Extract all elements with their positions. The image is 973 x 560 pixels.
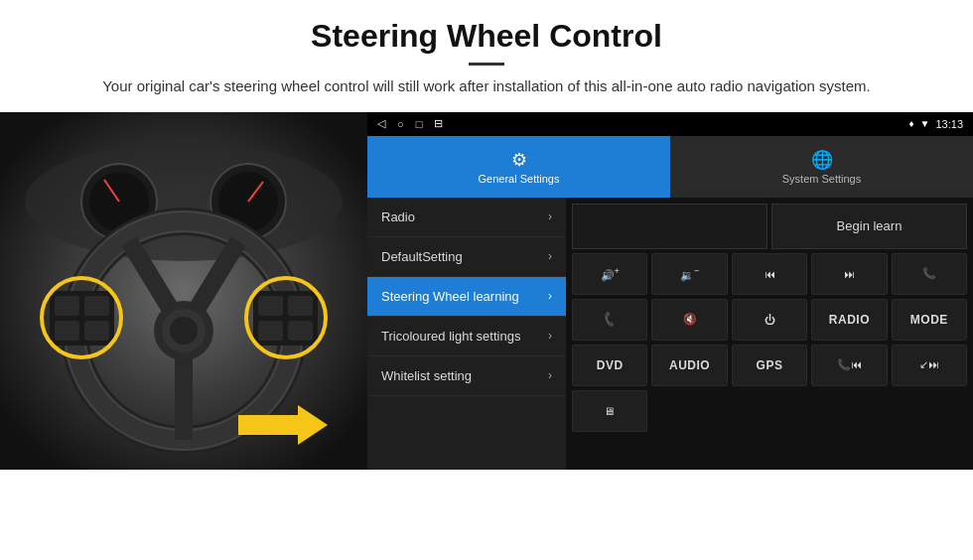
menu-item-whitelist-label: Whitelist setting	[381, 368, 472, 383]
btn-row-4: 🖥	[572, 390, 967, 432]
radio-label: RADIO	[829, 313, 870, 327]
page-header: Steering Wheel Control Your original car…	[0, 0, 973, 112]
tel-prev-icon: 📞⏮	[837, 358, 862, 371]
svg-point-16	[170, 317, 198, 345]
time-display: 13:13	[935, 118, 963, 130]
menu-item-tricoloured-label: Tricoloured light settings	[381, 329, 520, 344]
location-icon: ♦	[908, 118, 913, 129]
answer-call-button[interactable]: 📞	[572, 299, 647, 341]
dvd-label: DVD	[597, 358, 624, 372]
menu-item-whitelist[interactable]: Whitelist setting ›	[367, 356, 566, 396]
tab-bar: ⚙ General Settings 🌐 System Settings	[367, 136, 973, 198]
phone-icon: 📞	[922, 267, 936, 280]
mode-label: MODE	[910, 313, 948, 327]
vol-up-icon: 🔊+	[601, 266, 620, 282]
title-divider	[469, 63, 504, 66]
menu-item-whitelist-chevron: ›	[548, 368, 552, 382]
mute-icon: 🔇	[683, 313, 697, 326]
next-track-button[interactable]: ⏭	[811, 253, 887, 295]
back-nav-icon[interactable]: ◁	[377, 117, 385, 130]
btn-row-3: DVD AUDIO GPS 📞⏮ ↙⏭	[572, 345, 967, 386]
header-description: Your original car's steering wheel contr…	[60, 75, 913, 98]
car-background	[0, 112, 367, 470]
btn-row-2: 📞 🔇 ⏻ RADIO MODE	[572, 299, 967, 341]
tab-system-label: System Settings	[782, 173, 861, 185]
svg-rect-24	[288, 296, 313, 316]
menu-item-radio-chevron: ›	[548, 210, 552, 223]
content-area: Radio › DefaultSetting › Steering Wheel …	[367, 198, 973, 470]
steering-wheel-svg	[0, 112, 367, 470]
svg-rect-20	[55, 321, 79, 341]
vol-down-icon: 🔉−	[680, 266, 699, 282]
main-content: ◁ ○ □ ⊟ ♦ ▼ 13:13 ⚙ General Settings 🌐 S…	[0, 112, 973, 470]
power-button[interactable]: ⏻	[732, 299, 807, 341]
begin-learn-button[interactable]: Begin learn	[771, 204, 967, 249]
audio-label: AUDIO	[669, 358, 710, 372]
svg-rect-18	[55, 296, 79, 316]
status-icons-right: ♦ ▼ 13:13	[908, 118, 963, 130]
system-settings-icon: 🌐	[811, 149, 833, 171]
mode-button[interactable]: MODE	[892, 299, 967, 341]
next-mix-icon: ↙⏭	[919, 358, 939, 371]
nav-icons: ◁ ○ □ ⊟	[377, 117, 443, 130]
radio-mode-button[interactable]: RADIO	[811, 299, 887, 341]
answer-call-icon: 📞	[601, 311, 619, 329]
svg-rect-23	[258, 296, 283, 316]
general-settings-icon: ⚙	[511, 149, 527, 171]
audio-button[interactable]: AUDIO	[651, 345, 727, 386]
menu-nav-icon[interactable]: ⊟	[434, 117, 443, 130]
next-mix-button[interactable]: ↙⏭	[892, 345, 967, 386]
usb-button[interactable]: 🖥	[572, 390, 647, 432]
menu-list: Radio › DefaultSetting › Steering Wheel …	[367, 198, 566, 470]
controls-row-top: Begin learn	[572, 204, 967, 249]
gps-label: GPS	[757, 358, 783, 372]
tel-prev-button[interactable]: 📞⏮	[811, 345, 887, 386]
svg-rect-25	[258, 321, 283, 341]
controls-grid: 🔊+ 🔉− ⏮ ⏭ 📞	[572, 253, 967, 432]
power-icon: ⏻	[764, 314, 775, 326]
home-nav-icon[interactable]: ○	[397, 118, 404, 130]
prev-track-icon: ⏮	[764, 268, 775, 280]
page-title: Steering Wheel Control	[60, 18, 913, 55]
phone-button[interactable]: 📞	[892, 253, 967, 295]
empty-slot	[572, 204, 767, 249]
menu-item-tricoloured[interactable]: Tricoloured light settings ›	[367, 317, 566, 356]
btn-row-1: 🔊+ 🔉− ⏮ ⏭ 📞	[572, 253, 967, 295]
menu-item-radio-label: Radio	[381, 210, 415, 224]
menu-item-radio[interactable]: Radio ›	[367, 198, 566, 237]
vol-up-button[interactable]: 🔊+	[572, 253, 647, 295]
menu-item-default-chevron: ›	[548, 249, 552, 263]
svg-rect-19	[84, 296, 109, 316]
tab-general-settings[interactable]: ⚙ General Settings	[367, 136, 670, 198]
car-image-area	[0, 112, 367, 470]
android-ui: ◁ ○ □ ⊟ ♦ ▼ 13:13 ⚙ General Settings 🌐 S…	[367, 112, 973, 470]
usb-icon: 🖥	[604, 405, 615, 417]
next-track-icon: ⏭	[844, 268, 855, 280]
recents-nav-icon[interactable]: □	[416, 118, 423, 130]
gps-button[interactable]: GPS	[732, 345, 807, 386]
signal-icon: ▼	[920, 118, 930, 129]
menu-item-steering[interactable]: Steering Wheel learning ›	[367, 277, 566, 317]
tab-system-settings[interactable]: 🌐 System Settings	[670, 136, 973, 198]
svg-point-1	[25, 142, 343, 261]
menu-item-default[interactable]: DefaultSetting ›	[367, 237, 566, 277]
menu-item-steering-label: Steering Wheel learning	[381, 289, 519, 304]
vol-down-button[interactable]: 🔉−	[651, 253, 727, 295]
mute-button[interactable]: 🔇	[651, 299, 727, 341]
menu-item-steering-chevron: ›	[548, 289, 552, 303]
menu-item-tricoloured-chevron: ›	[548, 329, 552, 343]
controls-area: Begin learn 🔊+ 🔉− ⏮	[566, 198, 973, 470]
svg-rect-21	[84, 321, 109, 341]
svg-rect-26	[288, 321, 313, 341]
status-bar: ◁ ○ □ ⊟ ♦ ▼ 13:13	[367, 112, 973, 136]
tab-general-label: General Settings	[479, 173, 560, 185]
dvd-button[interactable]: DVD	[572, 345, 647, 386]
prev-track-button[interactable]: ⏮	[732, 253, 807, 295]
menu-item-default-label: DefaultSetting	[381, 249, 463, 264]
